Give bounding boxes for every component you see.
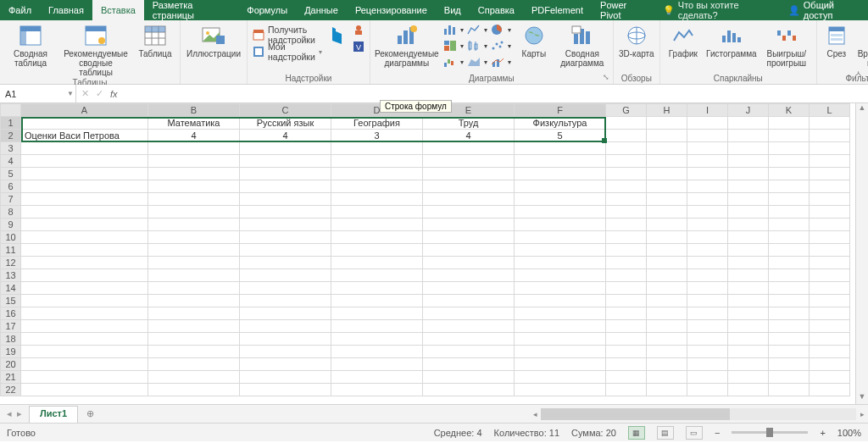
- zoom-level[interactable]: 100%: [837, 428, 861, 438]
- cell[interactable]: [769, 219, 810, 231]
- cell[interactable]: [687, 231, 728, 244]
- column-header[interactable]: L: [810, 104, 850, 117]
- cell[interactable]: [515, 384, 606, 396]
- cell[interactable]: [148, 244, 240, 257]
- cell[interactable]: [423, 142, 515, 155]
- cell[interactable]: [728, 219, 769, 231]
- cell[interactable]: [687, 168, 728, 180]
- cell[interactable]: [331, 257, 423, 269]
- row-header[interactable]: 7: [1, 193, 21, 206]
- chart-column-button[interactable]: ▾: [443, 22, 464, 37]
- cell[interactable]: [647, 231, 687, 244]
- cell[interactable]: 5: [515, 130, 606, 142]
- cell[interactable]: [148, 168, 240, 180]
- cell[interactable]: [647, 307, 687, 320]
- cell[interactable]: [769, 269, 810, 282]
- cell[interactable]: [647, 193, 687, 206]
- cell[interactable]: [728, 295, 769, 307]
- cell[interactable]: [728, 384, 769, 396]
- chart-statistic-button[interactable]: ▾: [467, 38, 487, 53]
- cell[interactable]: [148, 333, 240, 346]
- sheet-tab[interactable]: Лист1: [29, 406, 78, 423]
- chevron-down-icon[interactable]: ▼: [67, 90, 74, 97]
- cell[interactable]: [331, 244, 423, 257]
- formula-input[interactable]: [123, 85, 868, 102]
- tab-formulas[interactable]: Формулы: [238, 0, 296, 20]
- cell[interactable]: [687, 219, 728, 231]
- cell[interactable]: [240, 358, 331, 371]
- cell[interactable]: [728, 193, 769, 206]
- enter-formula-button[interactable]: ✓: [96, 88, 103, 99]
- row-header[interactable]: 4: [1, 155, 21, 168]
- cell[interactable]: [687, 358, 728, 371]
- row-header[interactable]: 6: [1, 180, 21, 193]
- cell[interactable]: [769, 358, 810, 371]
- cell[interactable]: География: [331, 117, 423, 130]
- tab-pdfelement[interactable]: PDFelement: [523, 0, 592, 20]
- spreadsheet-grid[interactable]: ABCDEFGHIJKL1МатематикаРусский языкГеогр…: [0, 103, 868, 404]
- column-header[interactable]: I: [687, 104, 728, 117]
- zoom-slider[interactable]: [732, 431, 808, 434]
- chart-waterfall-button[interactable]: ▾: [443, 54, 464, 69]
- cell[interactable]: [515, 295, 606, 307]
- cell[interactable]: [148, 282, 240, 295]
- cell[interactable]: [606, 307, 647, 320]
- cell[interactable]: [810, 193, 850, 206]
- cell[interactable]: [606, 320, 647, 333]
- cell[interactable]: [606, 219, 647, 231]
- cell[interactable]: [647, 282, 687, 295]
- cell[interactable]: [240, 346, 331, 358]
- cell[interactable]: [769, 333, 810, 346]
- cell[interactable]: [810, 168, 850, 180]
- cell[interactable]: [769, 193, 810, 206]
- cell[interactable]: [769, 371, 810, 384]
- cell[interactable]: [21, 384, 148, 396]
- row-header[interactable]: 9: [1, 219, 21, 231]
- cell[interactable]: [148, 269, 240, 282]
- cell[interactable]: [647, 358, 687, 371]
- cell[interactable]: [423, 219, 515, 231]
- cell[interactable]: [606, 333, 647, 346]
- cell[interactable]: [515, 257, 606, 269]
- cell[interactable]: [240, 333, 331, 346]
- cell[interactable]: [647, 295, 687, 307]
- cell[interactable]: [148, 180, 240, 193]
- cell[interactable]: [515, 193, 606, 206]
- cell[interactable]: [606, 244, 647, 257]
- cell[interactable]: [728, 180, 769, 193]
- cell[interactable]: [331, 155, 423, 168]
- row-header[interactable]: 22: [1, 384, 21, 396]
- cell[interactable]: [148, 257, 240, 269]
- charts-dialog-launcher[interactable]: ⤡: [601, 72, 611, 82]
- cell[interactable]: [423, 358, 515, 371]
- get-addins-button[interactable]: Получить надстройки: [253, 27, 322, 42]
- slicer-button[interactable]: Срез: [822, 22, 851, 58]
- cell[interactable]: [331, 295, 423, 307]
- cell[interactable]: [240, 244, 331, 257]
- cell[interactable]: [515, 244, 606, 257]
- row-header[interactable]: 2: [1, 130, 21, 142]
- cell[interactable]: [240, 295, 331, 307]
- cell[interactable]: [606, 295, 647, 307]
- cell[interactable]: [687, 269, 728, 282]
- cell[interactable]: [647, 130, 687, 142]
- cell[interactable]: [423, 371, 515, 384]
- row-header[interactable]: 10: [1, 231, 21, 244]
- cell[interactable]: [423, 257, 515, 269]
- row-header[interactable]: 1: [1, 117, 21, 130]
- tab-file[interactable]: Файл: [0, 0, 40, 20]
- cell[interactable]: [423, 193, 515, 206]
- chart-combo-button[interactable]: ▾: [491, 54, 511, 69]
- cell[interactable]: [21, 219, 148, 231]
- cell[interactable]: [423, 168, 515, 180]
- cell[interactable]: [423, 320, 515, 333]
- scroll-up-button[interactable]: ▲: [856, 103, 868, 115]
- scroll-right-button[interactable]: ▸: [856, 410, 868, 418]
- cell[interactable]: [331, 168, 423, 180]
- cell[interactable]: [21, 244, 148, 257]
- zoom-in-button[interactable]: +: [820, 428, 825, 438]
- pivot-chart-button[interactable]: Сводная диаграмма: [557, 22, 608, 68]
- cell[interactable]: [423, 269, 515, 282]
- cell[interactable]: [810, 117, 850, 130]
- cell[interactable]: [810, 269, 850, 282]
